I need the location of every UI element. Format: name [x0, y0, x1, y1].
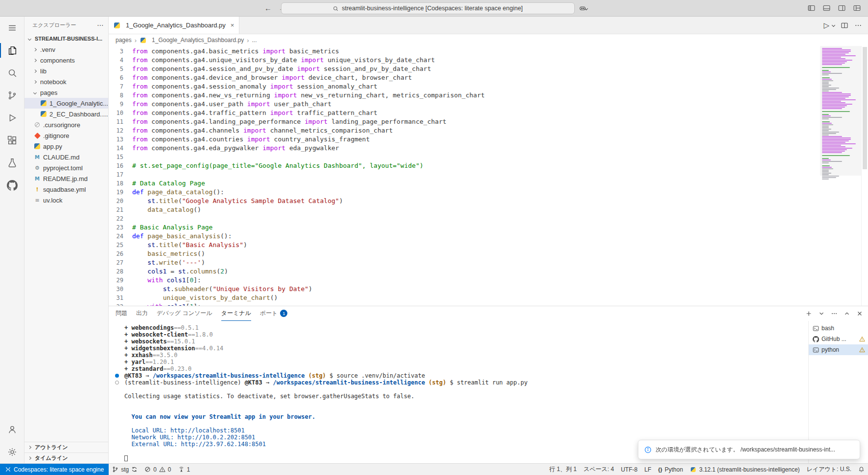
line-number[interactable]: 6: [109, 73, 132, 82]
code-line[interactable]: 26 basic_metrics(): [109, 249, 820, 258]
encoding-setting[interactable]: UTF-8: [617, 464, 641, 475]
activity-explorer[interactable]: [0, 39, 24, 62]
ports-indicator[interactable]: 1: [175, 464, 194, 475]
command-decoration-filled[interactable]: [115, 374, 119, 378]
code-line[interactable]: 30 st.subheader("Unique Visitors by Date…: [109, 285, 820, 294]
code-line[interactable]: 20 st.title("Google Analytics Sample Dat…: [109, 197, 820, 205]
line-number[interactable]: 20: [109, 197, 132, 205]
breadcrumb-file[interactable]: 1_Google_Analytics_Dashboard.py: [152, 37, 244, 44]
line-number[interactable]: 29: [109, 276, 132, 285]
code-line[interactable]: 23# Basic Analysis Page: [109, 223, 820, 232]
new-terminal-icon[interactable]: [805, 310, 812, 317]
outline-section-header[interactable]: アウトライン: [24, 442, 108, 452]
code-line[interactable]: 5from components.ga4.session_and_pv_by_d…: [109, 65, 820, 73]
line-number[interactable]: 5: [109, 65, 132, 73]
line-number[interactable]: 26: [109, 249, 132, 258]
line-number[interactable]: 17: [109, 170, 132, 179]
tree-item-venv[interactable]: .venv: [24, 44, 108, 55]
activity-run-debug[interactable]: [0, 107, 24, 129]
tree-item-app-py[interactable]: app.py: [24, 141, 108, 152]
line-number[interactable]: 32: [109, 302, 132, 306]
panel-tab-debug-console[interactable]: デバッグ コンソール: [157, 306, 212, 321]
line-number[interactable]: 25: [109, 241, 132, 249]
code-line[interactable]: 29 with cols1[0]:: [109, 276, 820, 285]
code-line[interactable]: 16# st.set_page_config(page_title="Googl…: [109, 161, 820, 170]
line-number[interactable]: 8: [109, 91, 132, 100]
notification-toast[interactable]: 次の環境が選択されています。 /workspaces/streamlit-bus…: [638, 440, 860, 459]
problems-indicator[interactable]: 0 0: [141, 464, 174, 475]
project-section-header[interactable]: STREAMLIT-BUSINESS-I...: [24, 33, 108, 44]
code-line[interactable]: 27 st.write('---'): [109, 258, 820, 267]
code-line[interactable]: 19def page_data_catalog():: [109, 188, 820, 197]
tree-item-pyproject-toml[interactable]: ⚙pyproject.toml: [24, 162, 108, 173]
tree-item-cursorignore[interactable]: .cursorignore: [24, 119, 108, 130]
activity-testing[interactable]: [0, 152, 24, 174]
account-button[interactable]: [0, 418, 24, 441]
notifications-bell[interactable]: [855, 464, 868, 475]
breadcrumb-folder[interactable]: pages: [116, 37, 132, 44]
timeline-section-header[interactable]: タイムライン: [24, 452, 108, 463]
eol-setting[interactable]: LF: [641, 464, 655, 475]
panel-tab-problems[interactable]: 問題: [116, 306, 127, 321]
menu-button[interactable]: [0, 17, 24, 39]
run-dropdown-icon[interactable]: [832, 23, 835, 27]
line-number[interactable]: 16: [109, 161, 132, 170]
line-number[interactable]: 11: [109, 117, 132, 126]
branch-indicator[interactable]: stg: [109, 464, 141, 475]
split-editor-icon[interactable]: [841, 22, 848, 29]
tree-item-1-google-analytic[interactable]: 1_Google_Analytic...: [24, 98, 108, 109]
code-line[interactable]: 10from components.ga4.traffic_pattern im…: [109, 109, 820, 117]
command-center-search[interactable]: streamlit-business-intelligence [Codespa…: [281, 2, 575, 14]
tree-item-readme-jp-md[interactable]: MREADME.jp.md: [24, 173, 108, 184]
tree-item-2-ec-dashboard-py[interactable]: 2_EC_Dashboard.py: [24, 109, 108, 119]
code-line[interactable]: 18# Data Catalog Page: [109, 179, 820, 188]
code-line[interactable]: 24def page_basic_analysis():: [109, 232, 820, 241]
panel-tab-output[interactable]: 出力: [136, 306, 148, 321]
line-number[interactable]: 3: [109, 47, 132, 56]
line-number[interactable]: 7: [109, 82, 132, 91]
code-line[interactable]: 8from components.ga4.new_vs_returning im…: [109, 91, 820, 100]
run-python-file-button[interactable]: ▷: [823, 21, 829, 30]
tree-item-squadbase-yml[interactable]: !squadbase.yml: [24, 184, 108, 195]
editor-more-icon[interactable]: [854, 22, 862, 29]
cursor-position[interactable]: 行 1、列 1: [546, 464, 580, 475]
line-number[interactable]: 21: [109, 205, 132, 214]
code-line[interactable]: 3from components.ga4.basic_metrics impor…: [109, 47, 820, 56]
line-number[interactable]: 18: [109, 179, 132, 188]
editor-scrollbar[interactable]: [861, 46, 868, 306]
tree-item-pages[interactable]: pages: [24, 87, 108, 98]
keyboard-layout[interactable]: レイアウト: U.S.: [803, 464, 855, 475]
code-line[interactable]: 7from components.ga4.session_anomaly imp…: [109, 82, 820, 91]
tree-item-lib[interactable]: lib: [24, 66, 108, 76]
line-number[interactable]: 30: [109, 285, 132, 294]
code-line[interactable]: 15: [109, 153, 820, 161]
tree-item-gitignore[interactable]: .gitignore: [24, 130, 108, 141]
code-line[interactable]: 22: [109, 214, 820, 223]
code-area[interactable]: 3from components.ga4.basic_metrics impor…: [109, 46, 820, 306]
indentation-setting[interactable]: スペース: 4: [580, 464, 617, 475]
remote-indicator[interactable]: Codespaces: literate space engine: [0, 464, 109, 475]
line-number[interactable]: 19: [109, 188, 132, 197]
customize-layout-icon[interactable]: [853, 4, 861, 12]
line-number[interactable]: 13: [109, 135, 132, 144]
tree-item-notebook[interactable]: notebook: [24, 76, 108, 87]
code-editor[interactable]: 3from components.ga4.basic_metrics impor…: [109, 46, 868, 306]
back-icon[interactable]: ←: [264, 4, 272, 12]
terminal-list-item-bash[interactable]: bash: [809, 323, 868, 334]
line-number[interactable]: 27: [109, 258, 132, 267]
minimap[interactable]: [820, 46, 861, 306]
code-line[interactable]: 6from components.ga4.device_and_browser …: [109, 73, 820, 82]
sidebar-more-icon[interactable]: ⋯: [97, 21, 104, 29]
line-number[interactable]: 15: [109, 153, 132, 161]
toggle-primary-sidebar-icon[interactable]: [807, 4, 816, 12]
panel-more-icon[interactable]: [831, 310, 838, 317]
code-line[interactable]: 25 st.title("Basic Analysis"): [109, 241, 820, 249]
line-number[interactable]: 22: [109, 214, 132, 223]
settings-button[interactable]: [0, 441, 24, 463]
line-number[interactable]: 4: [109, 56, 132, 65]
activity-extensions[interactable]: [0, 129, 24, 152]
code-line[interactable]: 28 cols1 = st.columns(2): [109, 267, 820, 276]
line-number[interactable]: 12: [109, 126, 132, 135]
activity-github[interactable]: [0, 174, 24, 197]
code-line[interactable]: 11from components.ga4.landing_page_perfo…: [109, 117, 820, 126]
